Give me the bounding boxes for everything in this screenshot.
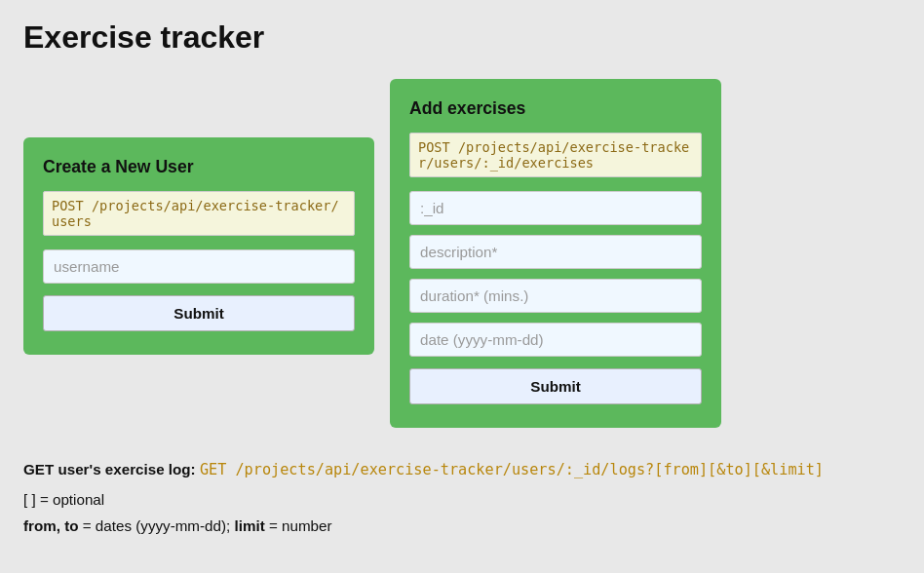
- param-comma: ,: [57, 517, 64, 534]
- create-user-card-title: Create a New User: [43, 157, 355, 177]
- param-to: to: [64, 517, 78, 534]
- optional-note: [ ] = optional: [23, 491, 104, 508]
- add-exercises-submit-button[interactable]: Submit: [409, 368, 702, 404]
- add-exercises-card: Add exercises POST /projects/api/exercis…: [390, 79, 721, 428]
- exercise-date-input[interactable]: [409, 323, 702, 357]
- exercise-description-input[interactable]: [409, 235, 702, 269]
- exercise-duration-input[interactable]: [409, 279, 702, 313]
- username-input[interactable]: [43, 249, 355, 284]
- get-log-endpoint: GET /projects/api/exercise-tracker/users…: [200, 461, 824, 478]
- param-from: from: [23, 517, 57, 534]
- get-log-line: GET user's exercise log: GET /projects/a…: [23, 459, 901, 481]
- add-exercises-endpoint: POST /projects/api/exercise-tracker/user…: [409, 133, 702, 177]
- info-section: GET user's exercise log: GET /projects/a…: [23, 459, 901, 534]
- create-user-card: Create a New User POST /projects/api/exe…: [23, 137, 374, 355]
- optional-note-line: [ ] = optional: [23, 491, 901, 508]
- add-exercises-card-title: Add exercises: [409, 98, 702, 119]
- exercise-id-input[interactable]: [409, 191, 702, 225]
- param-limit: limit: [234, 517, 264, 534]
- create-user-submit-button[interactable]: Submit: [43, 295, 355, 331]
- param-number-desc: = number: [265, 517, 332, 534]
- params-line: from, to = dates (yyyy-mm-dd); limit = n…: [23, 517, 901, 534]
- page-title: Exercise tracker: [23, 19, 901, 56]
- get-log-label: GET user's exercise log:: [23, 461, 196, 478]
- cards-row: Create a New User POST /projects/api/exe…: [23, 79, 901, 428]
- create-user-endpoint: POST /projects/api/exercise-tracker/user…: [43, 191, 355, 236]
- param-dates-desc: = dates (yyyy-mm-dd);: [79, 517, 235, 534]
